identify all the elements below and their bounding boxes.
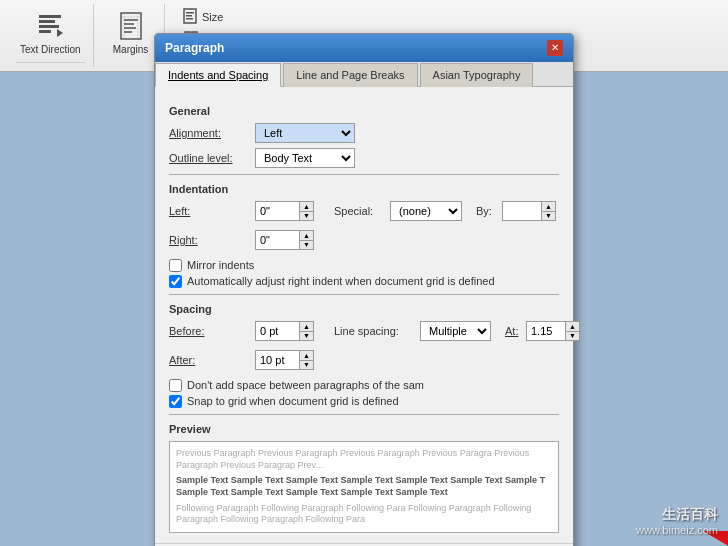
at-input[interactable] [526,321,566,341]
after-up[interactable]: ▲ [300,350,314,360]
indent-right-label: Right: [169,234,249,246]
svg-rect-12 [124,31,132,33]
svg-marker-4 [57,29,63,37]
dialog-close-button[interactable]: ✕ [547,40,563,56]
indent-right-input-wrapper: ▲ ▼ [255,230,314,250]
before-row: Before: ▲ ▼ [169,321,314,341]
after-input-wrapper: ▲ ▼ [255,350,314,370]
snap-grid-label: Snap to grid when document grid is defin… [187,395,399,407]
at-input-wrapper: ▲ ▼ [526,321,580,341]
margins-label: Margins [113,44,149,55]
indent-left-down[interactable]: ▼ [300,211,314,221]
auto-adjust-checkbox[interactable] [169,275,182,288]
after-spin: ▲ ▼ [300,350,314,370]
at-label: At: [505,325,520,337]
indent-right-spin: ▲ ▼ [300,230,314,250]
svg-rect-0 [39,15,61,18]
by-up[interactable]: ▲ [542,201,556,211]
auto-adjust-label: Automatically adjust right indent when d… [187,275,495,287]
preview-section-label: Preview [169,423,559,435]
margins-button[interactable]: Margins [106,6,156,59]
indent-left-row: Left: ▲ ▼ [169,201,314,221]
dialog-content: General Alignment: Left Centered Right J… [155,87,573,543]
by-spin: ▲ ▼ [542,201,556,221]
svg-rect-10 [124,23,134,25]
general-section-label: General [169,105,559,117]
svg-rect-11 [124,27,136,29]
before-spin: ▲ ▼ [300,321,314,341]
by-input[interactable] [502,201,542,221]
outline-row: Outline level: Body Text Level 1 Level 2 [169,148,559,168]
indent-right-row: Right: ▲ ▼ [169,230,314,250]
text-direction-button[interactable]: Text Direction [16,6,85,59]
spacing-divider [169,414,559,415]
before-up[interactable]: ▲ [300,321,314,331]
indentation-section-label: Indentation [169,183,559,195]
indentation-left-right: Left: ▲ ▼ Right: [169,201,314,255]
special-select-wrapper: (none) First line Hanging [390,201,462,221]
indent-left-input[interactable] [255,201,300,221]
line-spacing-label: Line spacing: [334,325,414,337]
before-input[interactable] [255,321,300,341]
preview-sample-text: Sample Text Sample Text Sample Text Samp… [176,475,552,498]
dialog-titlebar: Paragraph ✕ [155,34,573,62]
snap-grid-row: Snap to grid when document grid is defin… [169,395,559,408]
dont-add-checkbox[interactable] [169,379,182,392]
outline-select-wrapper: Body Text Level 1 Level 2 [255,148,355,168]
size-label: Size [202,11,223,23]
after-down[interactable]: ▼ [300,360,314,370]
indent-left-up[interactable]: ▲ [300,201,314,211]
indent-right-down[interactable]: ▼ [300,240,314,250]
spacing-section-label: Spacing [169,303,559,315]
spacing-line: Line spacing: Multiple Single 1.5 lines … [334,321,580,375]
before-label: Before: [169,325,249,337]
svg-rect-15 [186,15,192,17]
line-spacing-select[interactable]: Multiple Single 1.5 lines Double At leas… [420,321,491,341]
main-area: Paragraph ✕ Indents and Spacing Line and… [0,72,728,546]
text-direction-label: Text Direction [20,44,81,55]
special-select[interactable]: (none) First line Hanging [390,201,462,221]
by-down[interactable]: ▼ [542,211,556,221]
at-down[interactable]: ▼ [566,331,580,341]
line-spacing-select-wrapper: Multiple Single 1.5 lines Double At leas… [420,321,491,341]
after-input[interactable] [255,350,300,370]
special-row: Special: (none) First line Hanging By: [334,201,556,221]
margins-icon [115,10,147,42]
watermark: 生活百科 www.bimeiz.com [636,506,718,536]
before-down[interactable]: ▼ [300,331,314,341]
at-spin: ▲ ▼ [566,321,580,341]
general-divider [169,174,559,175]
mirror-indents-checkbox[interactable] [169,259,182,272]
outline-select[interactable]: Body Text Level 1 Level 2 [255,148,355,168]
svg-rect-3 [39,30,51,33]
indent-left-spin: ▲ ▼ [300,201,314,221]
preview-follow-text: Following Paragraph Following Paragraph … [176,503,552,526]
by-input-wrapper: ▲ ▼ [502,201,556,221]
mirror-indents-row: Mirror indents [169,259,559,272]
snap-grid-checkbox[interactable] [169,395,182,408]
alignment-select-wrapper: Left Centered Right Justified [255,123,355,143]
alignment-select[interactable]: Left Centered Right Justified [255,123,355,143]
paragraph-dialog: Paragraph ✕ Indents and Spacing Line and… [154,33,574,546]
tab-asian-typography[interactable]: Asian Typography [420,63,534,87]
dialog-tabs: Indents and Spacing Line and Page Breaks… [155,62,573,87]
size-button[interactable]: Size [178,6,227,28]
alignment-row: Alignment: Left Centered Right Justified [169,123,559,143]
line-spacing-row: Line spacing: Multiple Single 1.5 lines … [334,321,580,341]
svg-rect-14 [186,12,194,14]
spacing-before-after: Before: ▲ ▼ After: [169,321,314,375]
tab-indents-spacing[interactable]: Indents and Spacing [155,63,281,87]
mirror-indents-label: Mirror indents [187,259,254,271]
svg-rect-1 [39,20,55,23]
at-up[interactable]: ▲ [566,321,580,331]
svg-rect-9 [124,19,138,21]
svg-rect-16 [186,18,193,20]
indent-right-up[interactable]: ▲ [300,230,314,240]
after-label: After: [169,354,249,366]
page-setup-label [16,62,85,65]
tab-line-page-breaks[interactable]: Line and Page Breaks [283,63,417,87]
special-label: Special: [334,205,384,217]
indent-right-input[interactable] [255,230,300,250]
dont-add-row: Don't add space between paragraphs of th… [169,379,559,392]
text-direction-icon [34,10,66,42]
